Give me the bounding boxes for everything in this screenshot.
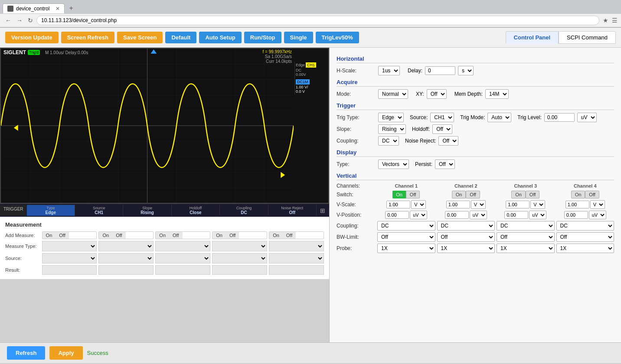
ch4-switch-on[interactable]: On [571, 191, 585, 198]
trig-type-select[interactable]: Edge [378, 113, 404, 122]
ch4-probe-select[interactable]: 1X [556, 244, 614, 253]
display-type-select[interactable]: Vectors [378, 159, 409, 169]
source-col5[interactable] [269, 253, 324, 263]
auto-setup-button[interactable]: Auto Setup [199, 32, 241, 43]
default-button[interactable]: Default [165, 32, 196, 43]
trig-source-select[interactable]: CH1 [430, 113, 454, 122]
persist-select[interactable]: Off [435, 159, 455, 169]
address-input[interactable] [36, 16, 599, 25]
ch2-vpos-input[interactable] [445, 211, 469, 219]
save-screen-button[interactable]: Save Screen [117, 32, 163, 43]
ch2-vscale-unit[interactable]: V [471, 200, 486, 209]
ch3-vpos-input[interactable] [504, 211, 528, 219]
ch1-switch-on[interactable]: On [392, 191, 406, 198]
source-col3[interactable] [155, 253, 210, 263]
ch4-vscale-input[interactable] [565, 201, 589, 208]
measure-type-col5[interactable] [269, 241, 324, 251]
run-stop-button[interactable]: Run/Stop [244, 32, 281, 43]
mem-depth-select[interactable]: 14M [485, 89, 509, 99]
measure-type-col2[interactable] [98, 241, 154, 251]
ch3-probe-select[interactable]: 1X [497, 244, 555, 253]
mode-select[interactable]: Normal [378, 89, 408, 99]
measure-col5-off[interactable]: Off [283, 232, 296, 239]
trig-coupling-select[interactable]: DC [378, 136, 399, 146]
ch1-switch-off[interactable]: Off [406, 191, 420, 198]
ch1-probe-select[interactable]: 1X [377, 244, 435, 253]
screen-refresh-button[interactable]: Screen Refresh [61, 32, 114, 43]
measure-col3-off[interactable]: Off [169, 232, 182, 239]
ch3-vscale-unit[interactable]: V [530, 200, 545, 209]
ch3-vscale-input[interactable] [506, 201, 529, 208]
measure-col1-off[interactable]: Off [56, 232, 69, 239]
trig-lev-button[interactable]: TrigLev50% [316, 32, 359, 43]
ch1-vpos-input[interactable] [385, 211, 409, 219]
measure-type-col1[interactable] [42, 241, 97, 251]
trigger-item-holdoff[interactable]: Holdoff Close [172, 205, 220, 216]
source-col2[interactable] [98, 253, 154, 263]
menu-icon[interactable]: ☰ [612, 17, 618, 24]
ch4-vpos-input[interactable] [564, 211, 588, 219]
measure-col3-on[interactable]: On [156, 232, 169, 239]
measure-type-col3[interactable] [155, 241, 210, 251]
trigger-item-coupling[interactable]: Coupling DC [220, 205, 268, 216]
tab-scpi-command[interactable]: SCPI Command [559, 31, 616, 44]
tab-close-button[interactable]: ✕ [56, 6, 60, 12]
ch2-vpos-unit[interactable]: uV [470, 211, 487, 219]
trigger-item-noise[interactable]: Noise Reject Off [268, 205, 317, 216]
measure-col2-off[interactable]: Off [112, 232, 125, 239]
ch1-coupling-select[interactable]: DC [377, 221, 435, 231]
ch3-coupling-select[interactable]: DC [497, 221, 555, 231]
measure-col2-on[interactable]: On [99, 232, 112, 239]
browser-tab[interactable]: device_control ✕ [3, 3, 65, 13]
ch4-coupling-select[interactable]: DC [556, 221, 614, 231]
trigger-item-source[interactable]: Source CH1 [75, 205, 123, 216]
ch4-bwlimit-select[interactable]: Off [556, 232, 614, 242]
trig-level-unit[interactable]: uV [577, 113, 597, 122]
ch2-coupling-select[interactable]: DC [437, 221, 495, 231]
hscale-select[interactable]: 1us [378, 66, 400, 75]
ch2-bwlimit-select[interactable]: Off [437, 232, 495, 242]
measure-col4-on[interactable]: On [212, 232, 226, 239]
source-col4[interactable] [212, 253, 267, 263]
measure-col4-off[interactable]: Off [226, 232, 239, 239]
back-button[interactable]: ← [3, 16, 13, 25]
noise-reject-select[interactable]: Off [438, 136, 458, 146]
trig-level-input[interactable] [544, 113, 575, 122]
ch2-switch-on[interactable]: On [452, 191, 466, 198]
ch4-vpos-unit[interactable]: uV [589, 211, 606, 219]
ch3-bwlimit-select[interactable]: Off [497, 232, 555, 242]
trig-mode-select[interactable]: Auto [487, 113, 511, 122]
ch1-vscale-input[interactable] [386, 201, 410, 208]
ch2-switch-off[interactable]: Off [466, 191, 480, 198]
xy-select[interactable]: Off [427, 89, 447, 99]
ch3-switch-off[interactable]: Off [526, 191, 539, 198]
forward-button[interactable]: → [15, 16, 24, 25]
ch1-vpos-unit[interactable]: uV [410, 211, 427, 219]
measure-type-col4[interactable] [212, 241, 267, 251]
new-tab-button[interactable]: + [65, 3, 77, 14]
measure-col5-on[interactable]: On [269, 232, 283, 239]
source-col1[interactable] [42, 253, 97, 263]
reload-button[interactable]: ↻ [26, 16, 35, 25]
trigger-grid-icon[interactable]: ⊞ [317, 205, 329, 216]
ch4-switch-off[interactable]: Off [585, 191, 599, 198]
ch3-switch-on[interactable]: On [511, 191, 526, 198]
single-button[interactable]: Single [284, 32, 313, 43]
ch2-probe-select[interactable]: 1X [437, 244, 495, 253]
delay-unit-select[interactable]: s [458, 66, 474, 75]
refresh-button[interactable]: Refresh [7, 346, 45, 360]
ch4-vscale-unit[interactable]: V [590, 200, 605, 209]
holdoff-select[interactable]: Off [432, 124, 452, 134]
bookmark-icon[interactable]: ★ [603, 17, 608, 24]
ch3-vpos-unit[interactable]: uV [529, 211, 546, 219]
ch1-vscale-unit[interactable]: V [411, 200, 426, 209]
tab-control-panel[interactable]: Control Panel [506, 31, 559, 44]
version-update-button[interactable]: Version Update [5, 32, 59, 43]
apply-button[interactable]: Apply [49, 346, 82, 360]
ch1-bwlimit-select[interactable]: Off [377, 232, 435, 242]
ch2-vscale-input[interactable] [446, 201, 470, 208]
trigger-item-type[interactable]: Type Edge [27, 205, 75, 216]
trigger-item-slope[interactable]: Slope Rising [123, 205, 171, 216]
delay-input[interactable] [425, 66, 455, 75]
measure-col1-on[interactable]: On [42, 232, 56, 239]
